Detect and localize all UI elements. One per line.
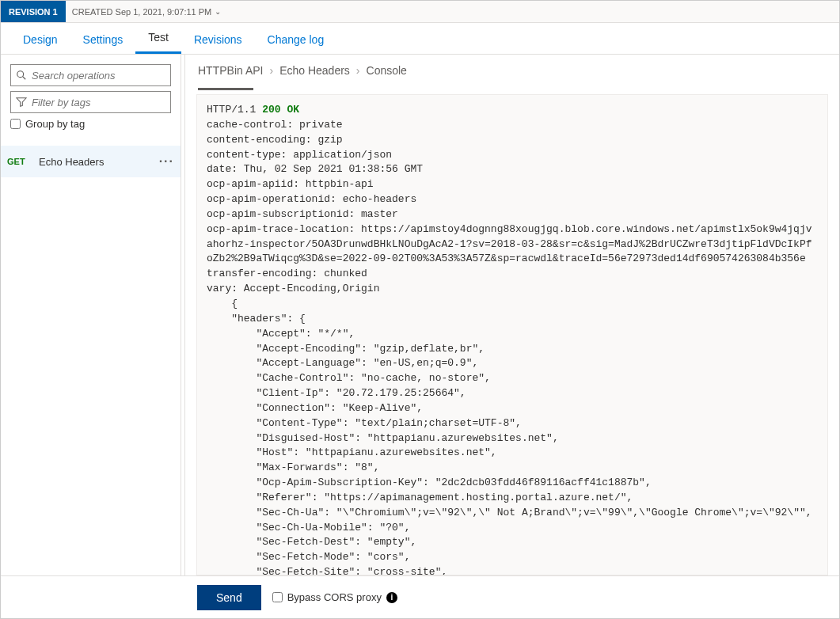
search-input[interactable]: [32, 70, 165, 82]
revision-topbar: REVISION 1 CREATED Sep 1, 2021, 9:07:11 …: [1, 1, 839, 23]
http-protocol: HTTP/1.1: [207, 104, 262, 116]
tab-settings[interactable]: Settings: [70, 25, 136, 54]
send-button[interactable]: Send: [197, 585, 261, 610]
group-by-tag-checkbox[interactable]: [10, 119, 21, 129]
response-subtab-indicator[interactable]: [198, 88, 253, 90]
http-method-badge: GET: [7, 157, 29, 166]
group-by-tag-row[interactable]: Group by tag: [10, 118, 171, 130]
main-tabs: Design Settings Test Revisions Change lo…: [1, 23, 839, 55]
tab-design[interactable]: Design: [10, 25, 70, 54]
operations-sidebar: Group by tag GET Echo Headers ···: [1, 55, 181, 575]
bypass-cors-label: Bypass CORS proxy: [287, 591, 382, 603]
breadcrumb: HTTPBin API › Echo Headers › Console: [185, 55, 839, 88]
group-by-tag-label: Group by tag: [25, 118, 85, 130]
response-body[interactable]: HTTP/1.1 200 OK cache-control: private c…: [196, 94, 828, 575]
breadcrumb-sep-icon: ›: [356, 64, 360, 77]
breadcrumb-operation[interactable]: Echo Headers: [279, 64, 350, 77]
created-label: CREATED Sep 1, 2021, 9:07:11 PM: [72, 7, 212, 17]
filter-input[interactable]: [32, 97, 165, 108]
breadcrumb-sep-icon: ›: [269, 64, 273, 77]
operation-more-icon[interactable]: ···: [159, 154, 174, 169]
response-subtabs: [185, 88, 839, 91]
http-status: 200 OK: [262, 104, 299, 116]
svg-point-0: [17, 71, 24, 78]
console-footer: Send Bypass CORS proxy i: [1, 575, 839, 618]
search-icon: [16, 70, 27, 81]
operation-item[interactable]: GET Echo Headers ···: [1, 146, 181, 177]
search-operations-box[interactable]: [10, 64, 171, 86]
revision-badge: REVISION 1: [1, 1, 66, 22]
main-area: Group by tag GET Echo Headers ··· HTTPBi…: [1, 55, 839, 575]
test-console: HTTPBin API › Echo Headers › Console HTT…: [184, 55, 839, 575]
response-json-pre: { "headers": { "Accept": "*/*", "Accept-…: [207, 298, 812, 575]
bypass-cors-row[interactable]: Bypass CORS proxy i: [272, 591, 397, 603]
revision-created[interactable]: CREATED Sep 1, 2021, 9:07:11 PM ⌄: [66, 7, 222, 17]
bypass-cors-checkbox[interactable]: [272, 592, 283, 602]
operation-label: Echo Headers: [39, 156, 150, 168]
chevron-down-icon: ⌄: [215, 7, 221, 16]
svg-line-1: [23, 77, 26, 80]
tab-changelog[interactable]: Change log: [255, 25, 337, 54]
filter-icon: [16, 97, 27, 108]
info-icon[interactable]: i: [386, 592, 397, 603]
breadcrumb-api[interactable]: HTTPBin API: [198, 64, 263, 77]
response-headers: cache-control: private content-encoding:…: [207, 119, 812, 294]
tab-test[interactable]: Test: [135, 23, 181, 54]
breadcrumb-leaf: Console: [367, 64, 407, 77]
filter-tags-box[interactable]: [10, 91, 171, 113]
tab-revisions[interactable]: Revisions: [181, 25, 255, 54]
